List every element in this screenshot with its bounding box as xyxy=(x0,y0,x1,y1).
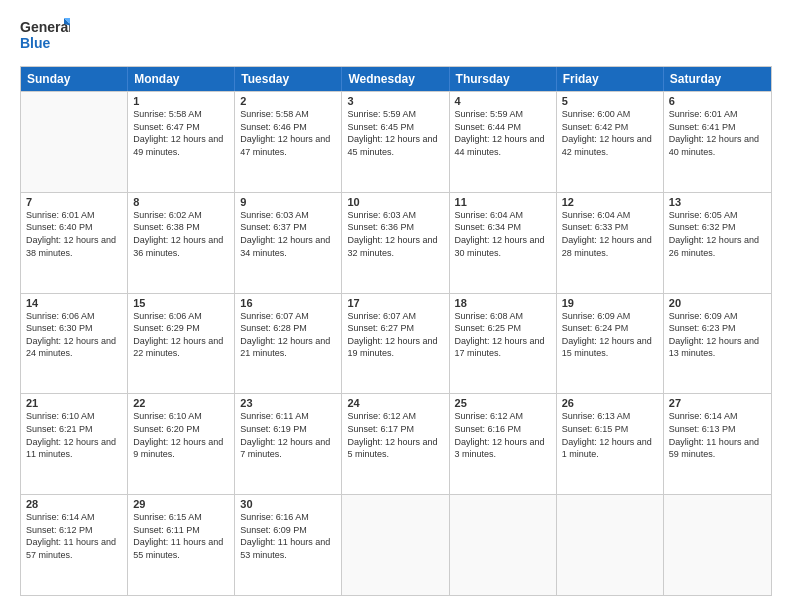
day-number: 8 xyxy=(133,196,229,208)
calendar-cell: 18Sunrise: 6:08 AMSunset: 6:25 PMDayligh… xyxy=(450,294,557,394)
day-detail: Sunrise: 6:12 AMSunset: 6:17 PMDaylight:… xyxy=(347,410,443,460)
calendar-cell: 3Sunrise: 5:59 AMSunset: 6:45 PMDaylight… xyxy=(342,92,449,192)
calendar-cell: 14Sunrise: 6:06 AMSunset: 6:30 PMDayligh… xyxy=(21,294,128,394)
calendar-header: SundayMondayTuesdayWednesdayThursdayFrid… xyxy=(21,67,771,91)
svg-text:General: General xyxy=(20,19,70,35)
calendar-cell: 16Sunrise: 6:07 AMSunset: 6:28 PMDayligh… xyxy=(235,294,342,394)
header-day: Thursday xyxy=(450,67,557,91)
calendar-cell: 10Sunrise: 6:03 AMSunset: 6:36 PMDayligh… xyxy=(342,193,449,293)
calendar-cell xyxy=(342,495,449,595)
header: General Blue xyxy=(20,16,772,56)
day-number: 3 xyxy=(347,95,443,107)
day-detail: Sunrise: 6:00 AMSunset: 6:42 PMDaylight:… xyxy=(562,108,658,158)
day-number: 27 xyxy=(669,397,766,409)
calendar-cell: 28Sunrise: 6:14 AMSunset: 6:12 PMDayligh… xyxy=(21,495,128,595)
calendar-row: 14Sunrise: 6:06 AMSunset: 6:30 PMDayligh… xyxy=(21,293,771,394)
calendar-cell: 23Sunrise: 6:11 AMSunset: 6:19 PMDayligh… xyxy=(235,394,342,494)
day-number: 2 xyxy=(240,95,336,107)
day-number: 29 xyxy=(133,498,229,510)
day-detail: Sunrise: 6:15 AMSunset: 6:11 PMDaylight:… xyxy=(133,511,229,561)
day-number: 22 xyxy=(133,397,229,409)
day-detail: Sunrise: 6:01 AMSunset: 6:40 PMDaylight:… xyxy=(26,209,122,259)
day-detail: Sunrise: 6:02 AMSunset: 6:38 PMDaylight:… xyxy=(133,209,229,259)
day-detail: Sunrise: 6:04 AMSunset: 6:34 PMDaylight:… xyxy=(455,209,551,259)
day-detail: Sunrise: 6:04 AMSunset: 6:33 PMDaylight:… xyxy=(562,209,658,259)
day-detail: Sunrise: 6:09 AMSunset: 6:23 PMDaylight:… xyxy=(669,310,766,360)
logo-svg: General Blue xyxy=(20,16,70,56)
calendar-cell xyxy=(21,92,128,192)
calendar-cell: 5Sunrise: 6:00 AMSunset: 6:42 PMDaylight… xyxy=(557,92,664,192)
day-detail: Sunrise: 5:58 AMSunset: 6:47 PMDaylight:… xyxy=(133,108,229,158)
day-number: 23 xyxy=(240,397,336,409)
calendar-cell: 6Sunrise: 6:01 AMSunset: 6:41 PMDaylight… xyxy=(664,92,771,192)
calendar-cell: 22Sunrise: 6:10 AMSunset: 6:20 PMDayligh… xyxy=(128,394,235,494)
calendar-cell: 8Sunrise: 6:02 AMSunset: 6:38 PMDaylight… xyxy=(128,193,235,293)
day-number: 18 xyxy=(455,297,551,309)
calendar-row: 1Sunrise: 5:58 AMSunset: 6:47 PMDaylight… xyxy=(21,91,771,192)
page: General Blue SundayMondayTuesdayWednesda… xyxy=(0,0,792,612)
day-detail: Sunrise: 6:03 AMSunset: 6:37 PMDaylight:… xyxy=(240,209,336,259)
day-detail: Sunrise: 6:08 AMSunset: 6:25 PMDaylight:… xyxy=(455,310,551,360)
day-number: 28 xyxy=(26,498,122,510)
calendar-cell: 27Sunrise: 6:14 AMSunset: 6:13 PMDayligh… xyxy=(664,394,771,494)
calendar: SundayMondayTuesdayWednesdayThursdayFrid… xyxy=(20,66,772,596)
day-number: 26 xyxy=(562,397,658,409)
logo: General Blue xyxy=(20,16,70,56)
day-detail: Sunrise: 6:14 AMSunset: 6:13 PMDaylight:… xyxy=(669,410,766,460)
day-number: 10 xyxy=(347,196,443,208)
calendar-row: 21Sunrise: 6:10 AMSunset: 6:21 PMDayligh… xyxy=(21,393,771,494)
calendar-body: 1Sunrise: 5:58 AMSunset: 6:47 PMDaylight… xyxy=(21,91,771,595)
day-detail: Sunrise: 6:14 AMSunset: 6:12 PMDaylight:… xyxy=(26,511,122,561)
day-detail: Sunrise: 6:06 AMSunset: 6:29 PMDaylight:… xyxy=(133,310,229,360)
day-number: 19 xyxy=(562,297,658,309)
header-day: Sunday xyxy=(21,67,128,91)
day-detail: Sunrise: 5:58 AMSunset: 6:46 PMDaylight:… xyxy=(240,108,336,158)
day-detail: Sunrise: 6:13 AMSunset: 6:15 PMDaylight:… xyxy=(562,410,658,460)
day-number: 17 xyxy=(347,297,443,309)
day-number: 6 xyxy=(669,95,766,107)
day-number: 21 xyxy=(26,397,122,409)
day-number: 1 xyxy=(133,95,229,107)
day-detail: Sunrise: 5:59 AMSunset: 6:44 PMDaylight:… xyxy=(455,108,551,158)
day-number: 11 xyxy=(455,196,551,208)
calendar-cell: 25Sunrise: 6:12 AMSunset: 6:16 PMDayligh… xyxy=(450,394,557,494)
calendar-cell: 1Sunrise: 5:58 AMSunset: 6:47 PMDaylight… xyxy=(128,92,235,192)
day-detail: Sunrise: 6:12 AMSunset: 6:16 PMDaylight:… xyxy=(455,410,551,460)
day-number: 15 xyxy=(133,297,229,309)
calendar-cell xyxy=(450,495,557,595)
header-day: Wednesday xyxy=(342,67,449,91)
day-detail: Sunrise: 5:59 AMSunset: 6:45 PMDaylight:… xyxy=(347,108,443,158)
day-detail: Sunrise: 6:03 AMSunset: 6:36 PMDaylight:… xyxy=(347,209,443,259)
day-number: 4 xyxy=(455,95,551,107)
day-number: 25 xyxy=(455,397,551,409)
calendar-cell: 30Sunrise: 6:16 AMSunset: 6:09 PMDayligh… xyxy=(235,495,342,595)
day-number: 12 xyxy=(562,196,658,208)
calendar-row: 7Sunrise: 6:01 AMSunset: 6:40 PMDaylight… xyxy=(21,192,771,293)
calendar-cell: 13Sunrise: 6:05 AMSunset: 6:32 PMDayligh… xyxy=(664,193,771,293)
calendar-cell: 21Sunrise: 6:10 AMSunset: 6:21 PMDayligh… xyxy=(21,394,128,494)
calendar-cell: 11Sunrise: 6:04 AMSunset: 6:34 PMDayligh… xyxy=(450,193,557,293)
calendar-cell: 29Sunrise: 6:15 AMSunset: 6:11 PMDayligh… xyxy=(128,495,235,595)
day-number: 20 xyxy=(669,297,766,309)
day-detail: Sunrise: 6:09 AMSunset: 6:24 PMDaylight:… xyxy=(562,310,658,360)
day-detail: Sunrise: 6:11 AMSunset: 6:19 PMDaylight:… xyxy=(240,410,336,460)
day-detail: Sunrise: 6:07 AMSunset: 6:27 PMDaylight:… xyxy=(347,310,443,360)
day-number: 9 xyxy=(240,196,336,208)
day-number: 14 xyxy=(26,297,122,309)
day-number: 30 xyxy=(240,498,336,510)
day-number: 16 xyxy=(240,297,336,309)
calendar-cell: 15Sunrise: 6:06 AMSunset: 6:29 PMDayligh… xyxy=(128,294,235,394)
day-detail: Sunrise: 6:16 AMSunset: 6:09 PMDaylight:… xyxy=(240,511,336,561)
svg-text:Blue: Blue xyxy=(20,35,51,51)
calendar-cell: 20Sunrise: 6:09 AMSunset: 6:23 PMDayligh… xyxy=(664,294,771,394)
calendar-cell: 19Sunrise: 6:09 AMSunset: 6:24 PMDayligh… xyxy=(557,294,664,394)
calendar-cell: 17Sunrise: 6:07 AMSunset: 6:27 PMDayligh… xyxy=(342,294,449,394)
day-number: 13 xyxy=(669,196,766,208)
calendar-cell: 4Sunrise: 5:59 AMSunset: 6:44 PMDaylight… xyxy=(450,92,557,192)
day-number: 7 xyxy=(26,196,122,208)
day-detail: Sunrise: 6:10 AMSunset: 6:21 PMDaylight:… xyxy=(26,410,122,460)
header-day: Tuesday xyxy=(235,67,342,91)
calendar-row: 28Sunrise: 6:14 AMSunset: 6:12 PMDayligh… xyxy=(21,494,771,595)
header-day: Friday xyxy=(557,67,664,91)
header-day: Monday xyxy=(128,67,235,91)
